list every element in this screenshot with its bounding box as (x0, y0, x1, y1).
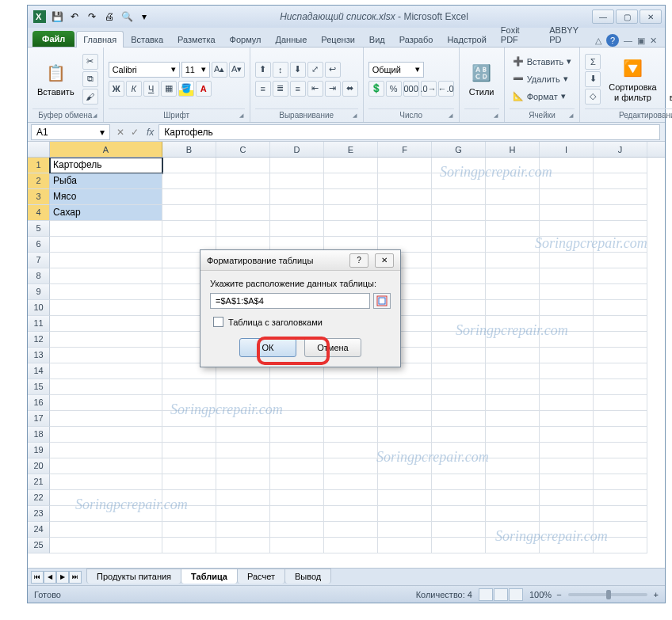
cell[interactable] (270, 443, 324, 458)
preview-icon[interactable]: 🔍 (120, 10, 134, 24)
cell[interactable] (594, 300, 647, 316)
cell[interactable] (594, 411, 647, 427)
row-header[interactable]: 4 (28, 205, 50, 221)
print-icon[interactable]: 🖨 (102, 10, 116, 24)
cell[interactable] (486, 158, 540, 173)
cell[interactable] (216, 522, 270, 538)
cell[interactable] (594, 506, 647, 522)
col-header-d[interactable]: D (270, 142, 324, 157)
zoom-in-icon[interactable]: + (654, 590, 659, 599)
cell[interactable] (486, 316, 540, 332)
undo-icon[interactable]: ↶ (67, 10, 82, 24)
row-header[interactable]: 25 (28, 538, 50, 553)
cell[interactable] (540, 395, 594, 411)
view-break-icon[interactable] (509, 588, 523, 601)
cell[interactable] (540, 300, 594, 316)
cell[interactable] (324, 490, 378, 506)
cell[interactable] (540, 363, 594, 379)
italic-icon[interactable]: К (126, 81, 142, 97)
cell[interactable] (378, 538, 432, 553)
cell[interactable] (216, 490, 270, 506)
increase-font-icon[interactable]: A▴ (212, 62, 227, 78)
sheet-nav-prev-icon[interactable]: ◀ (44, 571, 56, 584)
cell[interactable] (378, 395, 432, 411)
cell[interactable] (324, 458, 378, 474)
bold-icon[interactable]: Ж (109, 81, 124, 97)
tab-formulas[interactable]: Формул (223, 31, 269, 48)
row-header[interactable]: 14 (28, 363, 50, 379)
align-left-icon[interactable]: ≡ (255, 81, 271, 97)
cell[interactable] (270, 379, 324, 395)
cell[interactable] (432, 443, 486, 458)
cell[interactable] (486, 300, 540, 316)
cell[interactable] (216, 443, 270, 458)
row-header[interactable]: 19 (28, 443, 50, 458)
cell[interactable] (162, 474, 216, 490)
col-header-g[interactable]: G (432, 142, 486, 157)
cell[interactable] (162, 458, 216, 474)
cell[interactable] (378, 506, 432, 522)
wrap-text-icon[interactable]: ↩ (325, 62, 341, 78)
dialog-close-icon[interactable]: ✕ (375, 253, 394, 268)
col-header-e[interactable]: E (324, 142, 378, 157)
cell[interactable] (162, 379, 216, 395)
cell[interactable] (378, 221, 432, 237)
fx-cancel-icon[interactable]: ✕ (113, 127, 128, 138)
cell[interactable] (594, 221, 647, 237)
cell[interactable] (50, 506, 162, 522)
cell[interactable] (594, 205, 647, 221)
cell[interactable] (50, 221, 162, 237)
cell[interactable] (486, 379, 540, 395)
sheet-tab-1[interactable]: Таблица (181, 569, 238, 584)
cell[interactable] (216, 173, 270, 189)
cell[interactable] (486, 237, 540, 253)
view-layout-icon[interactable] (494, 588, 508, 601)
save-icon[interactable]: 💾 (50, 10, 64, 24)
cell[interactable] (50, 300, 162, 316)
cell[interactable] (324, 205, 378, 221)
fill-color-icon[interactable]: 🪣 (178, 81, 194, 97)
cell[interactable] (486, 284, 540, 300)
cell[interactable] (594, 284, 647, 300)
cell[interactable] (50, 443, 162, 458)
cell[interactable] (486, 221, 540, 237)
cell[interactable] (50, 490, 162, 506)
cell[interactable] (216, 474, 270, 490)
row-header[interactable]: 6 (28, 237, 50, 253)
autosum-icon[interactable]: Σ (585, 54, 601, 70)
cell[interactable] (324, 221, 378, 237)
cell[interactable] (486, 395, 540, 411)
cell[interactable] (324, 411, 378, 427)
cell[interactable] (50, 332, 162, 348)
cell[interactable] (378, 411, 432, 427)
cell[interactable] (324, 474, 378, 490)
row-header[interactable]: 21 (28, 474, 50, 490)
cell[interactable] (486, 474, 540, 490)
cell[interactable] (378, 522, 432, 538)
sheet-nav-first-icon[interactable]: ⏮ (31, 571, 44, 584)
cell[interactable] (594, 237, 647, 253)
cell[interactable] (50, 316, 162, 332)
cell[interactable] (594, 332, 647, 348)
styles-button[interactable]: 🔠 Стили (464, 51, 499, 107)
cell[interactable] (540, 205, 594, 221)
align-middle-icon[interactable]: ↕ (273, 62, 288, 78)
cell[interactable] (594, 158, 647, 173)
dialog-help-icon[interactable]: ? (349, 253, 368, 268)
insert-cells-button[interactable]: ➕Вставить ▾ (510, 54, 575, 70)
cell[interactable] (50, 411, 162, 427)
cancel-button[interactable]: Отмена (304, 338, 361, 357)
cell[interactable] (594, 522, 647, 538)
cell[interactable] (432, 237, 486, 253)
cell[interactable] (594, 379, 647, 395)
row-header[interactable]: 11 (28, 316, 50, 332)
cell[interactable] (162, 427, 216, 443)
cell[interactable] (486, 490, 540, 506)
sheet-tab-2[interactable]: Расчет (237, 569, 285, 584)
currency-icon[interactable]: 💲 (368, 81, 384, 97)
row-header[interactable]: 9 (28, 284, 50, 300)
formula-input[interactable]: Картофель (158, 124, 660, 140)
cell[interactable] (50, 458, 162, 474)
cell[interactable] (50, 237, 162, 253)
cell[interactable] (432, 395, 486, 411)
